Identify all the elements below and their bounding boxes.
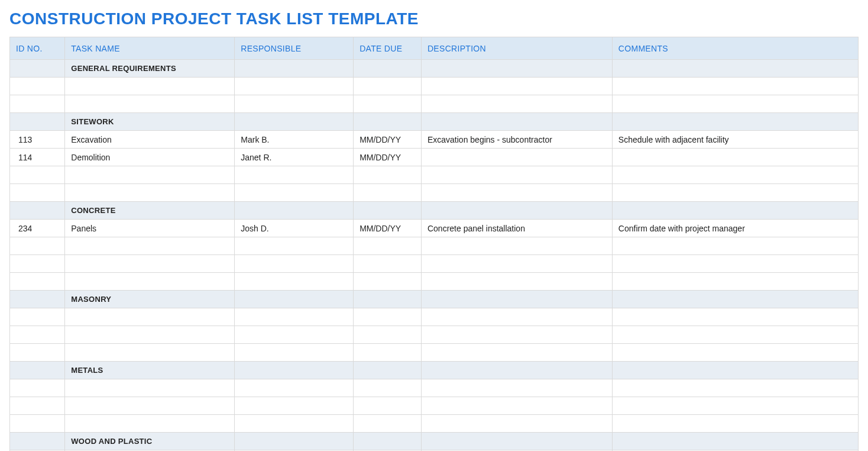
cell-description[interactable] bbox=[421, 362, 612, 379]
empty-cell[interactable] bbox=[354, 344, 422, 362]
cell-due[interactable] bbox=[354, 362, 422, 379]
empty-cell[interactable] bbox=[612, 78, 858, 95]
cell-id[interactable] bbox=[10, 60, 65, 78]
cell-id[interactable] bbox=[10, 202, 65, 220]
empty-cell[interactable] bbox=[354, 273, 422, 291]
cell-description[interactable] bbox=[421, 291, 612, 308]
empty-cell[interactable] bbox=[235, 95, 354, 113]
empty-cell[interactable] bbox=[235, 273, 354, 291]
empty-cell[interactable] bbox=[354, 379, 422, 397]
empty-cell[interactable] bbox=[354, 95, 422, 113]
empty-cell[interactable] bbox=[235, 308, 354, 326]
empty-cell[interactable] bbox=[421, 273, 612, 291]
empty-cell[interactable] bbox=[612, 344, 858, 362]
empty-cell[interactable] bbox=[421, 95, 612, 113]
cell-responsible[interactable] bbox=[235, 291, 354, 308]
empty-cell[interactable] bbox=[235, 255, 354, 273]
cell-responsible[interactable] bbox=[235, 60, 354, 78]
empty-cell[interactable] bbox=[421, 166, 612, 184]
empty-cell[interactable] bbox=[612, 166, 858, 184]
cell-responsible[interactable]: Mark B. bbox=[235, 131, 354, 149]
empty-cell[interactable] bbox=[10, 78, 65, 95]
section-label[interactable]: MASONRY bbox=[65, 291, 235, 308]
empty-cell[interactable] bbox=[421, 344, 612, 362]
table-row[interactable]: 234PanelsJosh D.MM/DD/YYConcrete panel i… bbox=[10, 220, 859, 237]
cell-due[interactable]: MM/DD/YY bbox=[354, 131, 422, 149]
blank-row[interactable] bbox=[10, 344, 859, 362]
empty-cell[interactable] bbox=[10, 237, 65, 255]
empty-cell[interactable] bbox=[10, 273, 65, 291]
cell-due[interactable]: MM/DD/YY bbox=[354, 220, 422, 237]
cell-task[interactable]: Panels bbox=[65, 220, 235, 237]
section-row[interactable]: CONCRETE bbox=[10, 202, 859, 220]
empty-cell[interactable] bbox=[354, 184, 422, 202]
empty-cell[interactable] bbox=[10, 255, 65, 273]
section-label[interactable]: SITEWORK bbox=[65, 113, 235, 131]
table-row[interactable]: 113ExcavationMark B.MM/DD/YYExcavation b… bbox=[10, 131, 859, 149]
empty-cell[interactable] bbox=[10, 415, 65, 433]
cell-task[interactable]: Demolition bbox=[65, 149, 235, 166]
empty-cell[interactable] bbox=[235, 78, 354, 95]
empty-cell[interactable] bbox=[10, 379, 65, 397]
empty-cell[interactable] bbox=[65, 308, 235, 326]
empty-cell[interactable] bbox=[65, 255, 235, 273]
section-label[interactable]: CONCRETE bbox=[65, 202, 235, 220]
cell-description[interactable]: Excavation begins - subcontractor bbox=[421, 131, 612, 149]
cell-description[interactable] bbox=[421, 60, 612, 78]
blank-row[interactable] bbox=[10, 237, 859, 255]
empty-cell[interactable] bbox=[421, 255, 612, 273]
empty-cell[interactable] bbox=[10, 326, 65, 344]
empty-cell[interactable] bbox=[10, 166, 65, 184]
cell-id[interactable] bbox=[10, 291, 65, 308]
empty-cell[interactable] bbox=[354, 166, 422, 184]
blank-row[interactable] bbox=[10, 397, 859, 415]
empty-cell[interactable] bbox=[354, 397, 422, 415]
cell-description[interactable]: Concrete panel installation bbox=[421, 220, 612, 237]
empty-cell[interactable] bbox=[421, 379, 612, 397]
cell-comments[interactable] bbox=[612, 113, 858, 131]
blank-row[interactable] bbox=[10, 184, 859, 202]
cell-comments[interactable]: Schedule with adjacent facility bbox=[612, 131, 858, 149]
cell-description[interactable] bbox=[421, 433, 612, 450]
empty-cell[interactable] bbox=[235, 326, 354, 344]
cell-responsible[interactable]: Josh D. bbox=[235, 220, 354, 237]
empty-cell[interactable] bbox=[65, 78, 235, 95]
cell-comments[interactable] bbox=[612, 60, 858, 78]
empty-cell[interactable] bbox=[65, 415, 235, 433]
empty-cell[interactable] bbox=[612, 273, 858, 291]
cell-id[interactable]: 113 bbox=[10, 131, 65, 149]
cell-description[interactable] bbox=[421, 113, 612, 131]
empty-cell[interactable] bbox=[354, 326, 422, 344]
cell-description[interactable] bbox=[421, 202, 612, 220]
cell-responsible[interactable] bbox=[235, 202, 354, 220]
empty-cell[interactable] bbox=[65, 397, 235, 415]
empty-cell[interactable] bbox=[65, 379, 235, 397]
cell-comments[interactable] bbox=[612, 362, 858, 379]
cell-id[interactable] bbox=[10, 362, 65, 379]
empty-cell[interactable] bbox=[421, 326, 612, 344]
empty-cell[interactable] bbox=[354, 415, 422, 433]
section-label[interactable]: WOOD AND PLASTIC bbox=[65, 433, 235, 450]
empty-cell[interactable] bbox=[612, 308, 858, 326]
cell-id[interactable]: 114 bbox=[10, 149, 65, 166]
empty-cell[interactable] bbox=[65, 237, 235, 255]
empty-cell[interactable] bbox=[612, 184, 858, 202]
cell-due[interactable] bbox=[354, 202, 422, 220]
empty-cell[interactable] bbox=[10, 344, 65, 362]
blank-row[interactable] bbox=[10, 379, 859, 397]
empty-cell[interactable] bbox=[421, 415, 612, 433]
empty-cell[interactable] bbox=[235, 344, 354, 362]
empty-cell[interactable] bbox=[612, 255, 858, 273]
cell-comments[interactable] bbox=[612, 202, 858, 220]
empty-cell[interactable] bbox=[235, 397, 354, 415]
cell-due[interactable] bbox=[354, 60, 422, 78]
section-label[interactable]: GENERAL REQUIREMENTS bbox=[65, 60, 235, 78]
blank-row[interactable] bbox=[10, 255, 859, 273]
empty-cell[interactable] bbox=[65, 326, 235, 344]
empty-cell[interactable] bbox=[421, 78, 612, 95]
empty-cell[interactable] bbox=[421, 184, 612, 202]
empty-cell[interactable] bbox=[235, 415, 354, 433]
cell-due[interactable] bbox=[354, 433, 422, 450]
blank-row[interactable] bbox=[10, 326, 859, 344]
section-row[interactable]: WOOD AND PLASTIC bbox=[10, 433, 859, 450]
